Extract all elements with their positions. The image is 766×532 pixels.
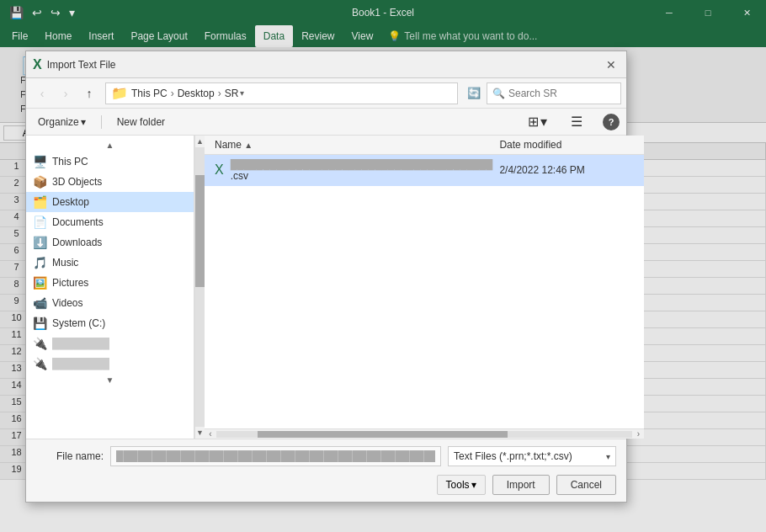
- sidebar-scroll-up-button[interactable]: ▲: [26, 139, 194, 152]
- dialog-excel-icon: X: [33, 57, 42, 72]
- dialog-title-left: X Import Text File: [33, 57, 115, 72]
- tools-arrow-icon: ▾: [471, 479, 476, 491]
- downloads-icon: ⬇️: [33, 236, 47, 249]
- scroll-left-button[interactable]: ‹: [205, 429, 216, 439]
- csv-file-icon: X: [215, 162, 224, 178]
- sidebar-item-drive1[interactable]: 🔌 ████████: [26, 333, 194, 354]
- tools-button[interactable]: Tools ▾: [437, 475, 486, 495]
- sidebar-scrollbar: ▲ ▼: [194, 136, 205, 439]
- breadcrumb-desktop[interactable]: Desktop: [178, 88, 215, 99]
- sidebar-item-this-pc[interactable]: 🖥️ This PC: [26, 152, 194, 172]
- music-icon: 🎵: [33, 256, 47, 269]
- system-c-icon: 💾: [33, 317, 47, 330]
- organize-arrow: ▾: [81, 116, 86, 128]
- name-column-header[interactable]: Name ▲: [215, 139, 496, 151]
- dialog-footer: File name: Text Files (*.prn;*.txt;*.csv…: [26, 439, 626, 502]
- file-item-date: 2/4/2022 12:46 PM: [499, 164, 634, 176]
- sidebar-item-desktop[interactable]: 🗂️ Desktop: [26, 192, 194, 212]
- sort-arrow-icon: ▲: [244, 141, 253, 150]
- breadcrumb-this-pc[interactable]: This PC: [131, 88, 168, 99]
- dialog-title-bar: X Import Text File ✕: [26, 51, 626, 78]
- file-list: X ██████████████████████████████████████…: [205, 155, 644, 428]
- desktop-label: Desktop: [52, 196, 89, 208]
- 3d-objects-label: 3D Objects: [52, 176, 102, 188]
- import-text-file-dialog: X Import Text File ✕ ‹ › ↑ 📁 This PC › D…: [25, 51, 627, 503]
- downloads-label: Downloads: [52, 237, 102, 248]
- toolbar-separator: [101, 115, 102, 129]
- file-item-csv[interactable]: X ██████████████████████████████████████…: [205, 155, 644, 186]
- sidebar-item-3d-objects[interactable]: 📦 3D Objects: [26, 172, 194, 192]
- breadcrumb-dropdown-arrow[interactable]: ▾: [240, 88, 244, 98]
- drive2-label: ████████: [52, 358, 109, 370]
- tools-label: Tools: [446, 479, 470, 491]
- organize-label: Organize: [38, 116, 79, 128]
- file-name-label: File name:: [36, 450, 104, 462]
- drive2-icon: 🔌: [33, 357, 47, 370]
- new-folder-button[interactable]: New folder: [112, 114, 170, 130]
- view-icon: ⊞: [528, 114, 539, 130]
- dialog-sidebar: ▲ 🖥️ This PC 📦 3D Objects 🗂️ Desktop 📄 D…: [26, 136, 194, 439]
- dialog-nav-toolbar: ‹ › ↑ 📁 This PC › Desktop › SR ▾ 🔄 🔍: [26, 78, 626, 109]
- sidebar-container: ▲ 🖥️ This PC 📦 3D Objects 🗂️ Desktop 📄 D…: [26, 136, 205, 439]
- this-pc-label: This PC: [52, 156, 88, 168]
- file-extension: .csv: [231, 170, 248, 182]
- file-list-area: Name ▲ Date modified X █████████████████…: [205, 136, 644, 439]
- sidebar-item-music[interactable]: 🎵 Music: [26, 253, 194, 273]
- breadcrumb-bar: 📁 This PC › Desktop › SR ▾: [105, 82, 458, 104]
- organize-button[interactable]: Organize ▾: [33, 114, 91, 130]
- view-options-button[interactable]: ⊞ ▾: [524, 112, 551, 131]
- view-dropdown-icon: ▾: [540, 114, 547, 130]
- file-name-row: File name: Text Files (*.prn;*.txt;*.csv…: [36, 446, 616, 466]
- sidebar-item-pictures[interactable]: 🖼️ Pictures: [26, 273, 194, 293]
- scroll-right-button[interactable]: ›: [632, 429, 644, 439]
- sidebar-item-downloads[interactable]: ⬇️ Downloads: [26, 232, 194, 253]
- sidebar-item-videos[interactable]: 📹 Videos: [26, 293, 194, 313]
- scroll-thumb: [258, 431, 508, 438]
- new-folder-label: New folder: [117, 116, 165, 128]
- file-name-blurred: ████████████████████████████████████████: [231, 159, 493, 169]
- file-type-value: Text Files (*.prn;*.txt;*.csv): [454, 450, 572, 462]
- import-button[interactable]: Import: [492, 475, 550, 495]
- 3d-objects-icon: 📦: [33, 175, 47, 189]
- dialog-body: ▲ 🖥️ This PC 📦 3D Objects 🗂️ Desktop 📄 D…: [26, 136, 626, 439]
- breadcrumb-sep2: ›: [218, 88, 221, 99]
- file-column-headers: Name ▲ Date modified: [205, 136, 644, 155]
- date-column-header[interactable]: Date modified: [499, 139, 634, 151]
- preview-icon: ☰: [571, 114, 582, 130]
- sidebar-scrollbar-up[interactable]: ▲: [195, 136, 205, 147]
- desktop-icon: 🗂️: [33, 195, 47, 209]
- cancel-button[interactable]: Cancel: [556, 475, 616, 495]
- search-input[interactable]: [508, 88, 609, 99]
- preview-button[interactable]: ☰: [567, 112, 586, 131]
- help-button[interactable]: ?: [603, 114, 620, 130]
- system-c-label: System (C:): [52, 317, 105, 329]
- file-item-name: ████████████████████████████████████████…: [231, 158, 493, 182]
- sidebar-scroll-track: [195, 147, 205, 427]
- drive1-label: ████████: [52, 338, 109, 349]
- sidebar-scroll-down-button[interactable]: ▼: [26, 374, 194, 386]
- search-icon: 🔍: [492, 88, 505, 99]
- pictures-icon: 🖼️: [33, 276, 47, 290]
- dropdown-arrow-icon: ▾: [606, 452, 610, 461]
- drive1-icon: 🔌: [33, 337, 47, 350]
- dialog-close-button[interactable]: ✕: [603, 56, 620, 73]
- forward-button[interactable]: ›: [55, 82, 77, 104]
- back-button[interactable]: ‹: [31, 82, 53, 104]
- sidebar-item-drive2[interactable]: 🔌 ████████: [26, 354, 194, 374]
- pictures-label: Pictures: [52, 277, 88, 289]
- videos-icon: 📹: [33, 296, 47, 310]
- music-label: Music: [52, 257, 78, 269]
- horizontal-scrollbar: ‹ ›: [205, 428, 644, 439]
- file-type-dropdown[interactable]: Text Files (*.prn;*.txt;*.csv) ▾: [448, 446, 616, 466]
- sidebar-scrollbar-down[interactable]: ▼: [195, 427, 205, 439]
- breadcrumb-sep1: ›: [171, 88, 174, 99]
- sidebar-item-documents[interactable]: 📄 Documents: [26, 212, 194, 232]
- refresh-button[interactable]: 🔄: [463, 82, 485, 104]
- sidebar-scroll-thumb: [195, 175, 205, 287]
- breadcrumb-current: SR: [225, 88, 239, 99]
- footer-action-buttons: Tools ▾ Import Cancel: [36, 471, 616, 495]
- up-button[interactable]: ↑: [78, 82, 100, 104]
- file-name-input[interactable]: [110, 446, 441, 466]
- sidebar-item-system-c[interactable]: 💾 System (C:): [26, 313, 194, 333]
- search-box: 🔍: [487, 82, 621, 104]
